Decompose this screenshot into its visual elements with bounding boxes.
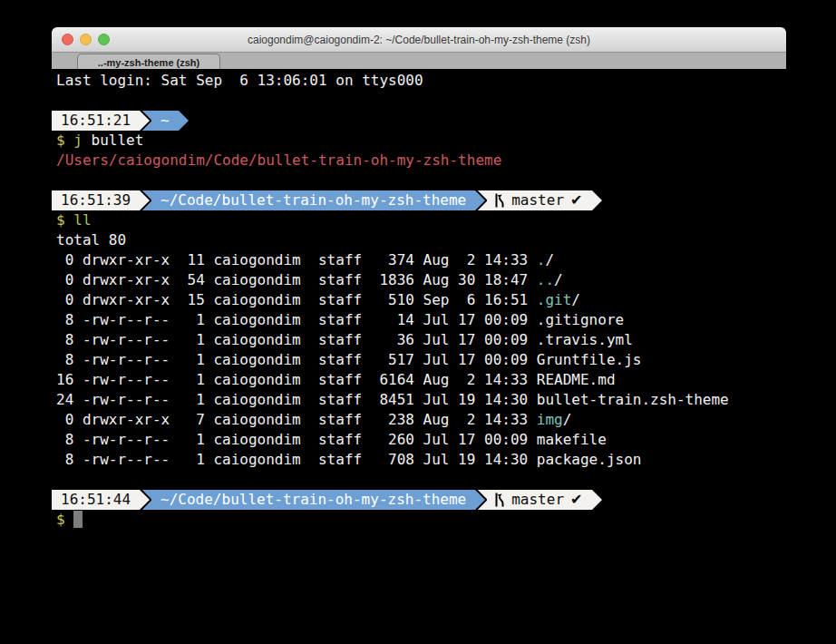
ls-row-meta: 8 -rw-r--r-- 1 caiogondim staff 36 Jul 1… bbox=[56, 331, 537, 348]
ls-row: 8 -rw-r--r-- 1 caiogondim staff 36 Jul 1… bbox=[56, 330, 786, 350]
ls-row-meta: 0 drwxr-xr-x 15 caiogondim staff 510 Sep… bbox=[56, 291, 537, 308]
ls-row-name: makefile bbox=[537, 431, 607, 448]
ls-row: 8 -rw-r--r-- 1 caiogondim staff 260 Jul … bbox=[56, 430, 786, 450]
ls-row-name: .git bbox=[537, 291, 572, 308]
ls-row: 16 -rw-r--r-- 1 caiogondim staff 6164 Au… bbox=[56, 370, 786, 390]
ls-row: 0 drwxr-xr-x 15 caiogondim staff 510 Sep… bbox=[56, 290, 786, 310]
prompt-path-segment: ~/Code/bullet-train-oh-my-zsh-theme bbox=[151, 490, 475, 510]
ls-row-meta: 24 -rw-r--r-- 1 caiogondim staff 8451 Ju… bbox=[56, 391, 537, 408]
prompt-time-segment: 16:51:21 bbox=[52, 111, 140, 131]
ls-row-meta: 8 -rw-r--r-- 1 caiogondim staff 708 Jul … bbox=[56, 451, 537, 468]
terminal-screen[interactable]: Last login: Sat Sep 6 13:06:01 on ttys00… bbox=[52, 69, 786, 617]
powerline-separator-icon bbox=[592, 190, 604, 210]
powerline-separator-icon bbox=[592, 490, 604, 510]
ls-row-name: . bbox=[537, 251, 546, 268]
prompt-symbol: $ bbox=[56, 511, 73, 528]
ls-row-name: bullet-train.zsh-theme bbox=[537, 391, 729, 408]
tab-label: ..-my-zsh-theme (zsh) bbox=[98, 57, 199, 68]
prompt-symbol: $ bbox=[56, 132, 73, 149]
cursor bbox=[73, 511, 83, 528]
ls-row: 24 -rw-r--r-- 1 caiogondim staff 8451 Ju… bbox=[56, 390, 786, 410]
prompt-line-1: 16:51:21 ~ bbox=[52, 111, 786, 131]
ls-row-name: .gitignore bbox=[537, 311, 624, 328]
git-clean-check-icon: ✔ bbox=[570, 190, 582, 210]
ls-row: 0 drwxr-xr-x 7 caiogondim staff 238 Aug … bbox=[56, 410, 786, 430]
terminal-window: caiogondim@caiogondim-2: ~/Code/bullet-t… bbox=[52, 27, 786, 617]
ls-row: 8 -rw-r--r-- 1 caiogondim staff 14 Jul 1… bbox=[56, 310, 786, 330]
blank-line bbox=[56, 171, 786, 190]
ls-row-suffix: / bbox=[554, 271, 563, 288]
prompt-time-segment: 16:51:44 bbox=[52, 490, 140, 510]
ls-row: 8 -rw-r--r-- 1 caiogondim staff 517 Jul … bbox=[56, 350, 786, 370]
prompt-symbol: $ bbox=[56, 211, 73, 229]
command-output: /Users/caiogondim/Code/bullet-train-oh-m… bbox=[56, 151, 786, 171]
prompt-git-segment: master ✔ bbox=[487, 190, 592, 210]
command-line: $ ll bbox=[56, 210, 786, 230]
window-title: caiogondim@caiogondim-2: ~/Code/bullet-t… bbox=[248, 34, 590, 46]
powerline-separator-icon bbox=[179, 111, 190, 131]
blank-line bbox=[56, 91, 786, 111]
tab-bar: ..-my-zsh-theme (zsh) bbox=[52, 53, 786, 70]
ls-row-name: package.json bbox=[537, 451, 642, 468]
powerline-separator-icon bbox=[475, 490, 487, 510]
minimize-button[interactable] bbox=[80, 34, 92, 45]
powerline-separator-icon bbox=[140, 111, 151, 131]
prompt-line-3: 16:51:44 ~/Code/bullet-train-oh-my-zsh-t… bbox=[52, 490, 786, 510]
ls-row-meta: 0 drwxr-xr-x 54 caiogondim staff 1836 Au… bbox=[56, 271, 537, 288]
tab-zsh[interactable]: ..-my-zsh-theme (zsh) bbox=[77, 54, 220, 70]
git-branch-icon bbox=[494, 493, 505, 507]
powerline-separator-icon bbox=[140, 490, 151, 510]
blank-line bbox=[56, 470, 786, 490]
git-branch-name: master bbox=[511, 490, 564, 510]
prompt-path-segment: ~/Code/bullet-train-oh-my-zsh-theme bbox=[151, 190, 475, 210]
command-text: j bbox=[73, 132, 83, 149]
ls-row-suffix: / bbox=[571, 291, 580, 308]
git-branch-name: master bbox=[511, 190, 564, 210]
window-titlebar: caiogondim@caiogondim-2: ~/Code/bullet-t… bbox=[52, 27, 786, 53]
ls-row: 0 drwxr-xr-x 54 caiogondim staff 1836 Au… bbox=[56, 270, 786, 290]
powerline-separator-icon bbox=[475, 190, 487, 210]
ls-total-line: total 80 bbox=[56, 230, 786, 250]
ls-row-meta: 8 -rw-r--r-- 1 caiogondim staff 517 Jul … bbox=[56, 351, 537, 368]
ls-row-name: README.md bbox=[537, 371, 616, 388]
ls-row-meta: 0 drwxr-xr-x 7 caiogondim staff 238 Aug … bbox=[56, 411, 537, 428]
git-branch-icon bbox=[494, 193, 505, 208]
prompt-line-2: 16:51:39 ~/Code/bullet-train-oh-my-zsh-t… bbox=[52, 190, 786, 210]
ls-row-meta: 8 -rw-r--r-- 1 caiogondim staff 14 Jul 1… bbox=[56, 311, 537, 328]
traffic-lights bbox=[62, 34, 110, 45]
ls-row-name: Gruntfile.js bbox=[537, 351, 642, 368]
ls-row-meta: 16 -rw-r--r-- 1 caiogondim staff 6164 Au… bbox=[56, 371, 537, 388]
prompt-path-segment: ~ bbox=[151, 111, 179, 131]
ls-row: 0 drwxr-xr-x 11 caiogondim staff 374 Aug… bbox=[56, 250, 786, 270]
ls-row: 8 -rw-r--r-- 1 caiogondim staff 708 Jul … bbox=[56, 450, 786, 470]
ls-row-name: .travis.yml bbox=[537, 331, 633, 348]
command-line: $ j bullet bbox=[56, 131, 786, 151]
git-clean-check-icon: ✔ bbox=[570, 490, 582, 510]
command-text: ll bbox=[73, 211, 91, 229]
ls-row-suffix: / bbox=[545, 251, 554, 268]
last-login-line: Last login: Sat Sep 6 13:06:01 on ttys00… bbox=[56, 71, 786, 91]
powerline-separator-icon bbox=[140, 190, 151, 210]
ls-row-meta: 0 drwxr-xr-x 11 caiogondim staff 374 Aug… bbox=[56, 251, 537, 268]
prompt-git-segment: master ✔ bbox=[487, 490, 592, 510]
ls-row-name: .. bbox=[537, 271, 554, 288]
current-command-line[interactable]: $ bbox=[56, 510, 786, 530]
zoom-button[interactable] bbox=[98, 34, 110, 45]
close-button[interactable] bbox=[62, 34, 73, 45]
prompt-time-segment: 16:51:39 bbox=[52, 190, 140, 210]
command-args: bullet bbox=[83, 132, 143, 149]
ls-row-suffix: / bbox=[563, 411, 572, 428]
ls-row-name: img bbox=[537, 411, 563, 428]
ls-row-meta: 8 -rw-r--r-- 1 caiogondim staff 260 Jul … bbox=[56, 431, 537, 448]
